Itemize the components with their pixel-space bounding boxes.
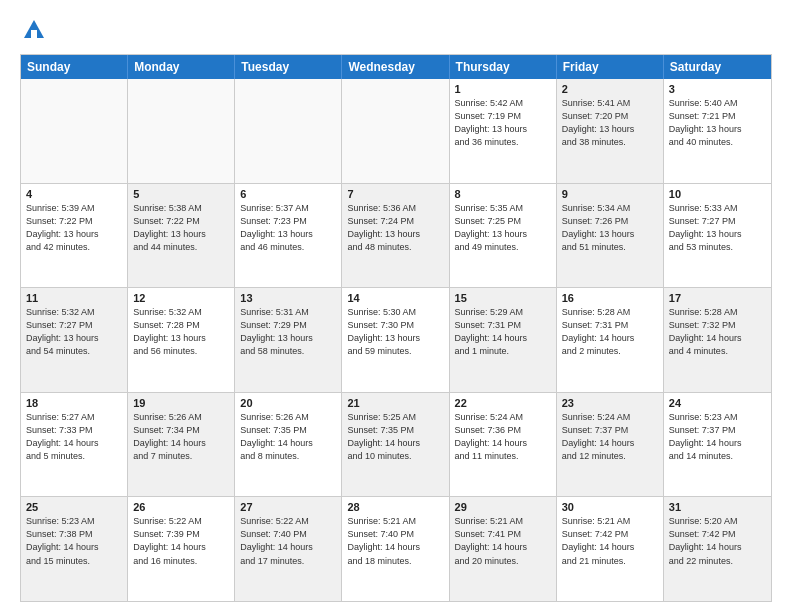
header-day-thursday: Thursday [450, 55, 557, 79]
calendar-cell: 16Sunrise: 5:28 AM Sunset: 7:31 PM Dayli… [557, 288, 664, 392]
day-number: 16 [562, 292, 658, 304]
cell-info-text: Sunrise: 5:25 AM Sunset: 7:35 PM Dayligh… [347, 411, 443, 463]
calendar-row-4: 18Sunrise: 5:27 AM Sunset: 7:33 PM Dayli… [21, 392, 771, 497]
day-number: 29 [455, 501, 551, 513]
cell-info-text: Sunrise: 5:30 AM Sunset: 7:30 PM Dayligh… [347, 306, 443, 358]
header-day-sunday: Sunday [21, 55, 128, 79]
cell-info-text: Sunrise: 5:37 AM Sunset: 7:23 PM Dayligh… [240, 202, 336, 254]
day-number: 22 [455, 397, 551, 409]
day-number: 5 [133, 188, 229, 200]
calendar-row-1: 1Sunrise: 5:42 AM Sunset: 7:19 PM Daylig… [21, 79, 771, 183]
day-number: 19 [133, 397, 229, 409]
calendar-cell: 4Sunrise: 5:39 AM Sunset: 7:22 PM Daylig… [21, 184, 128, 288]
cell-info-text: Sunrise: 5:33 AM Sunset: 7:27 PM Dayligh… [669, 202, 766, 254]
day-number: 3 [669, 83, 766, 95]
calendar-cell: 27Sunrise: 5:22 AM Sunset: 7:40 PM Dayli… [235, 497, 342, 601]
cell-info-text: Sunrise: 5:28 AM Sunset: 7:31 PM Dayligh… [562, 306, 658, 358]
calendar-cell: 25Sunrise: 5:23 AM Sunset: 7:38 PM Dayli… [21, 497, 128, 601]
calendar-cell: 5Sunrise: 5:38 AM Sunset: 7:22 PM Daylig… [128, 184, 235, 288]
header-day-friday: Friday [557, 55, 664, 79]
cell-info-text: Sunrise: 5:38 AM Sunset: 7:22 PM Dayligh… [133, 202, 229, 254]
calendar-cell: 31Sunrise: 5:20 AM Sunset: 7:42 PM Dayli… [664, 497, 771, 601]
calendar-cell: 30Sunrise: 5:21 AM Sunset: 7:42 PM Dayli… [557, 497, 664, 601]
calendar-cell [128, 79, 235, 183]
header-day-wednesday: Wednesday [342, 55, 449, 79]
cell-info-text: Sunrise: 5:34 AM Sunset: 7:26 PM Dayligh… [562, 202, 658, 254]
calendar-cell: 11Sunrise: 5:32 AM Sunset: 7:27 PM Dayli… [21, 288, 128, 392]
cell-info-text: Sunrise: 5:35 AM Sunset: 7:25 PM Dayligh… [455, 202, 551, 254]
day-number: 31 [669, 501, 766, 513]
day-number: 21 [347, 397, 443, 409]
calendar-cell: 26Sunrise: 5:22 AM Sunset: 7:39 PM Dayli… [128, 497, 235, 601]
cell-info-text: Sunrise: 5:21 AM Sunset: 7:40 PM Dayligh… [347, 515, 443, 567]
cell-info-text: Sunrise: 5:42 AM Sunset: 7:19 PM Dayligh… [455, 97, 551, 149]
cell-info-text: Sunrise: 5:20 AM Sunset: 7:42 PM Dayligh… [669, 515, 766, 567]
calendar-cell: 1Sunrise: 5:42 AM Sunset: 7:19 PM Daylig… [450, 79, 557, 183]
calendar-cell: 7Sunrise: 5:36 AM Sunset: 7:24 PM Daylig… [342, 184, 449, 288]
header-day-tuesday: Tuesday [235, 55, 342, 79]
cell-info-text: Sunrise: 5:28 AM Sunset: 7:32 PM Dayligh… [669, 306, 766, 358]
calendar-cell: 22Sunrise: 5:24 AM Sunset: 7:36 PM Dayli… [450, 393, 557, 497]
calendar-cell: 12Sunrise: 5:32 AM Sunset: 7:28 PM Dayli… [128, 288, 235, 392]
day-number: 12 [133, 292, 229, 304]
day-number: 9 [562, 188, 658, 200]
calendar-cell: 18Sunrise: 5:27 AM Sunset: 7:33 PM Dayli… [21, 393, 128, 497]
day-number: 14 [347, 292, 443, 304]
day-number: 28 [347, 501, 443, 513]
calendar-cell: 15Sunrise: 5:29 AM Sunset: 7:31 PM Dayli… [450, 288, 557, 392]
calendar-cell: 28Sunrise: 5:21 AM Sunset: 7:40 PM Dayli… [342, 497, 449, 601]
cell-info-text: Sunrise: 5:32 AM Sunset: 7:28 PM Dayligh… [133, 306, 229, 358]
calendar-row-3: 11Sunrise: 5:32 AM Sunset: 7:27 PM Dayli… [21, 287, 771, 392]
cell-info-text: Sunrise: 5:23 AM Sunset: 7:37 PM Dayligh… [669, 411, 766, 463]
cell-info-text: Sunrise: 5:39 AM Sunset: 7:22 PM Dayligh… [26, 202, 122, 254]
day-number: 30 [562, 501, 658, 513]
cell-info-text: Sunrise: 5:26 AM Sunset: 7:34 PM Dayligh… [133, 411, 229, 463]
calendar-cell: 9Sunrise: 5:34 AM Sunset: 7:26 PM Daylig… [557, 184, 664, 288]
day-number: 25 [26, 501, 122, 513]
day-number: 10 [669, 188, 766, 200]
day-number: 2 [562, 83, 658, 95]
cell-info-text: Sunrise: 5:21 AM Sunset: 7:42 PM Dayligh… [562, 515, 658, 567]
page: SundayMondayTuesdayWednesdayThursdayFrid… [0, 0, 792, 612]
calendar-cell: 19Sunrise: 5:26 AM Sunset: 7:34 PM Dayli… [128, 393, 235, 497]
day-number: 27 [240, 501, 336, 513]
logo-icon [20, 16, 48, 44]
calendar-cell: 6Sunrise: 5:37 AM Sunset: 7:23 PM Daylig… [235, 184, 342, 288]
day-number: 17 [669, 292, 766, 304]
day-number: 1 [455, 83, 551, 95]
calendar-cell: 3Sunrise: 5:40 AM Sunset: 7:21 PM Daylig… [664, 79, 771, 183]
calendar-cell: 10Sunrise: 5:33 AM Sunset: 7:27 PM Dayli… [664, 184, 771, 288]
cell-info-text: Sunrise: 5:40 AM Sunset: 7:21 PM Dayligh… [669, 97, 766, 149]
calendar-body: 1Sunrise: 5:42 AM Sunset: 7:19 PM Daylig… [21, 79, 771, 601]
day-number: 4 [26, 188, 122, 200]
calendar-cell [235, 79, 342, 183]
calendar-cell: 13Sunrise: 5:31 AM Sunset: 7:29 PM Dayli… [235, 288, 342, 392]
calendar-cell: 17Sunrise: 5:28 AM Sunset: 7:32 PM Dayli… [664, 288, 771, 392]
cell-info-text: Sunrise: 5:26 AM Sunset: 7:35 PM Dayligh… [240, 411, 336, 463]
calendar-header: SundayMondayTuesdayWednesdayThursdayFrid… [21, 55, 771, 79]
cell-info-text: Sunrise: 5:22 AM Sunset: 7:39 PM Dayligh… [133, 515, 229, 567]
day-number: 20 [240, 397, 336, 409]
header [20, 16, 772, 44]
calendar-cell: 14Sunrise: 5:30 AM Sunset: 7:30 PM Dayli… [342, 288, 449, 392]
cell-info-text: Sunrise: 5:22 AM Sunset: 7:40 PM Dayligh… [240, 515, 336, 567]
calendar-cell: 21Sunrise: 5:25 AM Sunset: 7:35 PM Dayli… [342, 393, 449, 497]
cell-info-text: Sunrise: 5:32 AM Sunset: 7:27 PM Dayligh… [26, 306, 122, 358]
day-number: 15 [455, 292, 551, 304]
day-number: 26 [133, 501, 229, 513]
cell-info-text: Sunrise: 5:31 AM Sunset: 7:29 PM Dayligh… [240, 306, 336, 358]
day-number: 6 [240, 188, 336, 200]
calendar: SundayMondayTuesdayWednesdayThursdayFrid… [20, 54, 772, 602]
day-number: 24 [669, 397, 766, 409]
cell-info-text: Sunrise: 5:29 AM Sunset: 7:31 PM Dayligh… [455, 306, 551, 358]
cell-info-text: Sunrise: 5:24 AM Sunset: 7:36 PM Dayligh… [455, 411, 551, 463]
cell-info-text: Sunrise: 5:24 AM Sunset: 7:37 PM Dayligh… [562, 411, 658, 463]
calendar-cell [342, 79, 449, 183]
calendar-cell: 2Sunrise: 5:41 AM Sunset: 7:20 PM Daylig… [557, 79, 664, 183]
calendar-cell: 24Sunrise: 5:23 AM Sunset: 7:37 PM Dayli… [664, 393, 771, 497]
cell-info-text: Sunrise: 5:27 AM Sunset: 7:33 PM Dayligh… [26, 411, 122, 463]
calendar-cell: 20Sunrise: 5:26 AM Sunset: 7:35 PM Dayli… [235, 393, 342, 497]
cell-info-text: Sunrise: 5:23 AM Sunset: 7:38 PM Dayligh… [26, 515, 122, 567]
day-number: 8 [455, 188, 551, 200]
day-number: 18 [26, 397, 122, 409]
